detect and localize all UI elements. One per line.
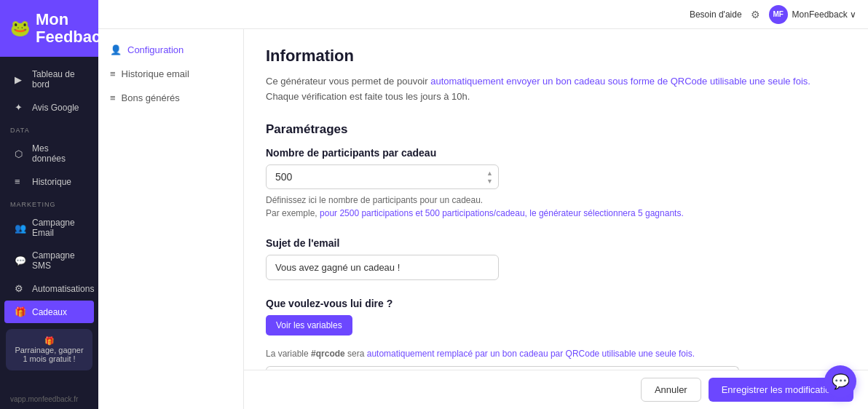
sidebar-item-tableau-de-bord[interactable]: ▶ Tableau de bord: [4, 63, 94, 95]
bons-icon: ≡: [110, 92, 116, 103]
content-label: Que voulez-vous lui dire ?: [266, 298, 846, 309]
settings-icon[interactable]: ⚙: [751, 9, 760, 20]
sidebar-item-label: Tableau de bord: [32, 69, 84, 90]
chat-icon: 💬: [832, 373, 850, 390]
promo-icon: 🎁: [13, 336, 85, 346]
email-subject-input[interactable]: [266, 255, 499, 280]
sidebar-logo: 🐸 MonFeedback: [0, 0, 98, 57]
email-subject-section: Sujet de l'email: [266, 237, 846, 280]
star-icon: ✦: [15, 102, 26, 113]
sub-sidebar: 👤 Configuration ≡ Historique email ≡ Bon…: [98, 29, 244, 409]
sidebar-item-cadeaux[interactable]: 🎁 Cadeaux: [4, 301, 94, 323]
auto-icon: ⚙: [15, 283, 26, 294]
account-menu[interactable]: MF MonFeedback ∨: [769, 5, 856, 24]
participants-help: Définissez ici le nombre de participants…: [266, 194, 846, 220]
sidebar-item-label: Automatisations: [32, 284, 94, 294]
config-icon: 👤: [110, 44, 122, 55]
parametrages-title: Paramétrages: [266, 122, 846, 137]
sidebar-item-historique[interactable]: ≡ Historique: [4, 170, 94, 193]
sidebar-item-label: Avis Google: [32, 103, 79, 113]
content-section: Que voulez-vous lui dire ? Voir les vari…: [266, 298, 846, 370]
sub-sidebar-historique-email[interactable]: ≡ Historique email: [98, 62, 243, 86]
sidebar-item-avis-google[interactable]: ✦ Avis Google: [4, 96, 94, 119]
number-arrows[interactable]: ▲ ▼: [486, 169, 493, 184]
play-icon: ▶: [15, 74, 26, 85]
info-paragraph: Ce générateur vous permet de pouvoir aut…: [266, 74, 846, 105]
info-line2: Chaque vérification est faite tous les j…: [266, 91, 470, 102]
sub-sidebar-item-label: Bons générés: [122, 92, 180, 103]
participants-section: Nombre de participants par cadeau ▲ ▼ Dé…: [266, 147, 846, 220]
data-icon: ⬡: [15, 148, 26, 159]
cancel-button[interactable]: Annuler: [641, 378, 701, 402]
sub-sidebar-configuration[interactable]: 👤 Configuration: [98, 38, 243, 62]
sidebar-item-mes-donnees[interactable]: ⬡ Mes données: [4, 138, 94, 170]
content-area: 👤 Configuration ≡ Historique email ≡ Bon…: [98, 29, 868, 409]
info-line1: Ce générateur vous permet de pouvoir aut…: [266, 76, 810, 87]
sidebar-item-label: Campagne SMS: [32, 250, 84, 271]
list-icon: ≡: [110, 68, 116, 79]
avatar: MF: [769, 5, 788, 24]
variable-info: La variable #qrcode sera automatiquement…: [266, 347, 846, 360]
chat-fab-button[interactable]: 💬: [824, 365, 856, 397]
sub-sidebar-bons-generes[interactable]: ≡ Bons générés: [98, 86, 243, 110]
page-footer: Annuler Enregistrer les modifications: [244, 370, 868, 409]
sidebar-footer: vapp.monfeedback.fr: [0, 389, 98, 409]
sms-icon: 💬: [15, 255, 26, 266]
sidebar-item-label: Campagne Email: [32, 218, 84, 238]
participants-input-wrapper: ▲ ▼: [266, 164, 499, 189]
main: Besoin d'aide ⚙ MF MonFeedback ∨ 👤 Confi…: [98, 0, 868, 409]
sidebar-item-automatisations[interactable]: ⚙ Automatisations: [4, 277, 94, 300]
footer-url: vapp.monfeedback.fr: [10, 395, 78, 403]
promo-text: Parrainage, gagner 1 mois gratuit !: [13, 346, 85, 363]
gift-icon: 🎁: [15, 306, 26, 317]
sub-sidebar-item-label: Configuration: [127, 44, 184, 55]
sidebar-item-campagne-email[interactable]: 👥 Campagne Email: [4, 212, 94, 244]
variables-button[interactable]: Voir les variables: [266, 315, 352, 335]
help-link[interactable]: Besoin d'aide: [690, 9, 742, 20]
page-title: Information: [266, 47, 846, 65]
account-label: MonFeedback ∨: [792, 9, 856, 20]
sidebar-navigation: ▶ Tableau de bord ✦ Avis Google DATA ⬡ M…: [0, 57, 98, 389]
sub-sidebar-item-label: Historique email: [122, 68, 189, 79]
sidebar-promo[interactable]: 🎁 Parrainage, gagner 1 mois gratuit !: [6, 329, 92, 370]
topbar: Besoin d'aide ⚙ MF MonFeedback ∨: [98, 0, 868, 29]
participants-input[interactable]: [266, 164, 499, 189]
sidebar-item-label: Historique: [32, 177, 71, 187]
logo-text: MonFeedback: [36, 11, 98, 46]
logo-icon: 🐸: [10, 19, 30, 38]
sidebar: 🐸 MonFeedback ▶ Tableau de bord ✦ Avis G…: [0, 0, 98, 409]
section-label-marketing: MARKETING: [0, 194, 98, 211]
participants-label: Nombre de participants par cadeau: [266, 147, 846, 159]
sidebar-item-label: Mes données: [32, 143, 84, 164]
section-label-data: DATA: [0, 119, 98, 137]
email-subject-label: Sujet de l'email: [266, 237, 846, 249]
sidebar-item-campagne-sms[interactable]: 💬 Campagne SMS: [4, 245, 94, 277]
page-content: Information Ce générateur vous permet de…: [244, 29, 868, 370]
sidebar-item-label: Cadeaux: [32, 307, 67, 317]
email-icon: 👥: [15, 223, 26, 234]
history-icon: ≡: [15, 176, 26, 187]
